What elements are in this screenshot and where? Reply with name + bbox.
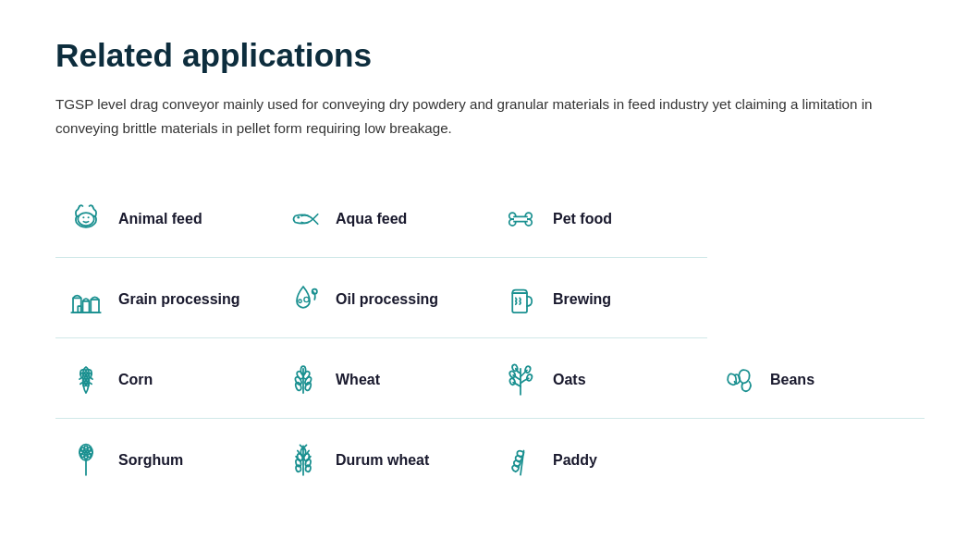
paddy-label: Paddy — [553, 452, 597, 469]
svg-point-69 — [305, 465, 311, 472]
pet-food-label: Pet food — [553, 211, 612, 227]
item-pet-food[interactable]: Pet food — [490, 178, 707, 258]
aqua-feed-icon — [282, 198, 325, 240]
oil-processing-label: Oil processing — [336, 291, 438, 308]
durum-wheat-icon — [282, 439, 325, 482]
page-description: TGSP level drag conveyor mainly used for… — [55, 92, 925, 141]
brewing-label: Brewing — [553, 291, 611, 308]
item-corn[interactable]: Corn — [55, 338, 273, 419]
item-empty1 — [707, 178, 925, 258]
animal-feed-label: Animal feed — [118, 211, 202, 227]
svg-point-18 — [312, 288, 317, 293]
svg-point-25 — [85, 376, 88, 379]
item-aqua-feed[interactable]: Aqua feed — [273, 178, 490, 258]
page-title: Related applications — [55, 37, 925, 74]
aqua-feed-label: Aqua feed — [336, 211, 407, 227]
beans-label: Beans — [770, 372, 815, 388]
svg-point-16 — [299, 300, 302, 303]
durum-wheat-label: Durum wheat — [336, 452, 429, 469]
item-oil-processing[interactable]: Oil processing — [273, 258, 490, 338]
item-grain-processing[interactable]: Grain processing — [55, 258, 273, 338]
svg-point-0 — [78, 213, 94, 226]
animal-feed-icon — [65, 198, 107, 240]
svg-point-17 — [304, 297, 309, 301]
item-oats[interactable]: Oats — [490, 338, 707, 419]
oats-label: Oats — [553, 372, 586, 388]
item-empty2 — [707, 258, 925, 338]
brewing-icon — [499, 278, 542, 321]
oil-processing-icon — [282, 278, 325, 321]
grain-processing-icon — [65, 278, 107, 321]
item-paddy[interactable]: Paddy — [490, 419, 707, 498]
wheat-icon — [282, 359, 325, 401]
wheat-label: Wheat — [336, 372, 380, 388]
svg-point-26 — [85, 381, 88, 384]
svg-point-38 — [524, 365, 531, 373]
svg-point-41 — [509, 377, 516, 385]
svg-point-51 — [88, 454, 92, 458]
svg-rect-12 — [83, 300, 90, 312]
sorghum-icon — [65, 439, 107, 482]
grain-processing-label: Grain processing — [118, 291, 240, 308]
svg-point-40 — [526, 373, 533, 381]
svg-rect-13 — [91, 300, 99, 312]
svg-point-2 — [88, 216, 90, 218]
item-brewing[interactable]: Brewing — [490, 258, 707, 338]
paddy-icon — [499, 439, 542, 482]
item-beans[interactable]: Beans — [707, 338, 925, 419]
svg-rect-15 — [78, 306, 81, 312]
item-durum-wheat[interactable]: Durum wheat — [273, 419, 490, 498]
item-empty3 — [707, 419, 925, 498]
item-sorghum[interactable]: Sorghum — [55, 419, 273, 498]
svg-point-68 — [296, 465, 301, 472]
svg-point-27 — [85, 372, 88, 374]
svg-point-1 — [82, 216, 84, 218]
sorghum-label: Sorghum — [118, 452, 183, 469]
item-animal-feed[interactable]: Animal feed — [55, 178, 273, 258]
oats-icon — [499, 359, 542, 401]
svg-point-3 — [297, 216, 300, 219]
corn-icon — [65, 359, 107, 401]
pet-food-icon — [499, 198, 542, 240]
item-wheat[interactable]: Wheat — [273, 338, 490, 419]
beans-icon — [717, 359, 759, 401]
corn-label: Corn — [118, 372, 153, 388]
applications-grid: Animal feed Aqua feed — [55, 178, 925, 498]
svg-point-54 — [85, 452, 88, 455]
